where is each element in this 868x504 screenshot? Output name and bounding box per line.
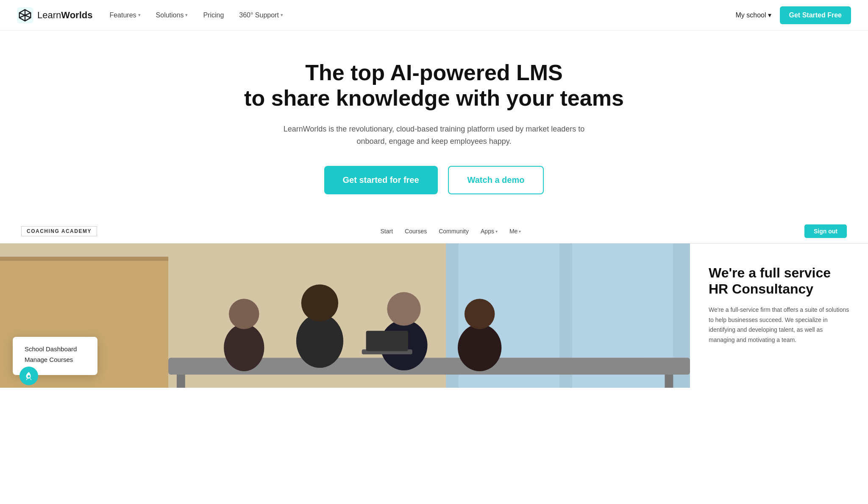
demo-school-logo: COACHING ACADEMY [21, 226, 97, 236]
demo-navbar: COACHING ACADEMY Start Courses Community… [0, 220, 868, 244]
demo-section: COACHING ACADEMY Start Courses Community… [0, 220, 868, 388]
hero-watch-demo-button[interactable]: Watch a demo [448, 166, 544, 194]
demo-content: School Dashboard Manage Courses We're a … [0, 244, 868, 388]
demo-image-area: School Dashboard Manage Courses [0, 244, 690, 388]
hero-section: The top AI-powered LMS to share knowledg… [0, 31, 868, 220]
svg-point-15 [387, 292, 420, 325]
get-started-free-button[interactable]: Get Started Free [780, 6, 851, 24]
svg-point-19 [229, 299, 259, 329]
main-navbar: LearnWorlds Features ▾ Solutions ▾ Prici… [0, 0, 868, 31]
popup-school-dashboard: School Dashboard [25, 345, 86, 353]
svg-point-18 [224, 324, 264, 371]
svg-point-12 [296, 314, 343, 368]
nav-item-solutions[interactable]: Solutions ▾ [156, 11, 188, 19]
demo-nav-apps[interactable]: Apps ▾ [481, 228, 498, 235]
svg-rect-21 [366, 331, 408, 351]
chevron-down-icon: ▾ [768, 11, 771, 19]
hero-description: LearnWorlds is the revolutionary, cloud-… [269, 123, 599, 148]
demo-nav-me[interactable]: Me ▾ [509, 228, 521, 235]
nav-item-pricing[interactable]: Pricing [203, 11, 224, 19]
chevron-down-icon: ▾ [138, 12, 141, 18]
svg-point-22 [28, 375, 30, 378]
chevron-down-icon: ▾ [495, 229, 498, 234]
logo-text: LearnWorlds [37, 10, 92, 21]
chevron-down-icon: ▾ [281, 12, 283, 18]
hero-buttons: Get started for free Watch a demo [17, 166, 851, 194]
my-school-button[interactable]: My school ▾ [735, 11, 771, 19]
popup-card: School Dashboard Manage Courses [13, 337, 97, 375]
nav-item-features[interactable]: Features ▾ [109, 11, 140, 19]
hero-get-started-button[interactable]: Get started for free [324, 166, 438, 194]
svg-point-16 [458, 324, 501, 371]
demo-hero-image: School Dashboard Manage Courses [0, 244, 690, 388]
nav-item-support[interactable]: 360° Support ▾ [239, 11, 283, 19]
svg-rect-8 [0, 257, 168, 261]
popup-manage-courses: Manage Courses [25, 356, 86, 363]
demo-nav-start[interactable]: Start [381, 227, 393, 235]
svg-rect-10 [177, 375, 185, 388]
chevron-down-icon: ▾ [185, 12, 188, 18]
nav-links: Features ▾ Solutions ▾ Pricing 360° Supp… [109, 11, 283, 19]
chevron-down-icon: ▾ [519, 229, 521, 234]
demo-signout-button[interactable]: Sign out [804, 224, 847, 238]
logo-link[interactable]: LearnWorlds [17, 7, 92, 23]
demo-nav-courses[interactable]: Courses [405, 227, 427, 235]
demo-nav-links: Start Courses Community Apps ▾ [381, 227, 521, 235]
navbar-left: LearnWorlds Features ▾ Solutions ▾ Prici… [17, 7, 283, 23]
svg-point-13 [301, 285, 338, 322]
svg-rect-11 [665, 375, 673, 388]
demo-hr-heading: We're a full service HR Consultancy [709, 265, 849, 297]
hero-heading: The top AI-powered LMS to share knowledg… [243, 60, 625, 111]
svg-point-17 [465, 299, 495, 329]
learnworlds-logo-icon [17, 7, 33, 23]
navbar-right: My school ▾ Get Started Free [735, 6, 851, 24]
rocket-icon [19, 367, 38, 385]
demo-hr-section: We're a full service HR Consultancy We'r… [690, 244, 868, 388]
demo-hr-description: We're a full-service firm that offers a … [709, 305, 849, 345]
demo-nav-community[interactable]: Community [439, 227, 469, 235]
